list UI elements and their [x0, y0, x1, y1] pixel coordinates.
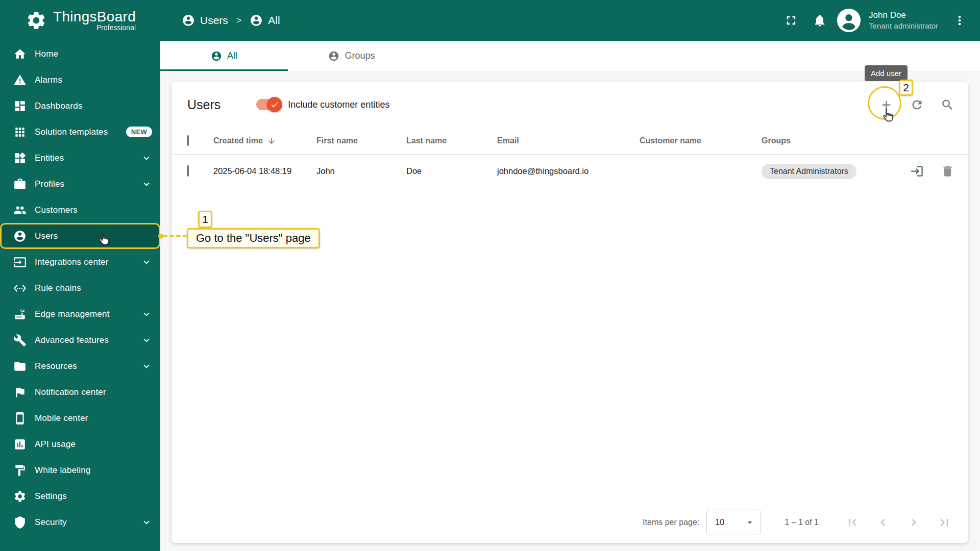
column-first-name[interactable]: First name: [316, 136, 406, 145]
column-email[interactable]: Email: [497, 136, 640, 145]
profiles-icon: [13, 178, 27, 191]
user-avatar[interactable]: [837, 9, 861, 32]
sidebar-item-label: White labeling: [35, 465, 152, 475]
annotation-step1-number: 1: [198, 211, 212, 228]
column-groups[interactable]: Groups: [762, 136, 899, 145]
column-label: Created time: [213, 136, 263, 145]
cell-created-time: 2025-06-04 18:48:19: [213, 166, 316, 176]
tab-bar: All Groups: [160, 41, 980, 71]
sidebar-item-advanced-features[interactable]: Advanced features: [0, 327, 160, 353]
sidebar-item-label: Mobile center: [35, 413, 152, 423]
annotation-connector-dot: [158, 234, 163, 239]
app-root: ThingsBoard Professional Users > All: [0, 0, 980, 551]
chevron-down-icon: [141, 257, 152, 268]
sidebar-item-api-usage[interactable]: API usage: [0, 431, 160, 457]
annotation-step2-number: 2: [899, 80, 913, 96]
chevron-down-icon: [141, 179, 152, 190]
sidebar-item-profiles[interactable]: Profiles: [0, 171, 160, 197]
sidebar-item-rule-chains[interactable]: Rule chains: [0, 275, 160, 301]
sidebar-item-customers[interactable]: Customers: [0, 197, 160, 223]
tab-label: All: [227, 51, 237, 61]
breadcrumb: Users > All: [182, 14, 280, 27]
include-customer-entities-toggle[interactable]: Include customer entities: [256, 99, 389, 110]
tab-groups[interactable]: Groups: [288, 41, 415, 71]
sidebar-item-label: Rule chains: [35, 283, 152, 293]
sidebar-item-label: Settings: [35, 491, 152, 502]
sidebar-item-home[interactable]: Home: [0, 41, 160, 67]
user-icon: [211, 51, 222, 62]
sidebar-item-edge-management[interactable]: Edge management: [0, 301, 160, 327]
last-page-button[interactable]: [932, 510, 957, 535]
cell-last-name: Doe: [406, 166, 497, 176]
column-customer-name[interactable]: Customer name: [640, 136, 762, 145]
row-actions: [899, 164, 968, 178]
alarm-icon: [13, 73, 27, 87]
flag-icon: [13, 386, 27, 399]
breadcrumb-users[interactable]: Users: [182, 14, 228, 27]
sidebar-item-label: Resources: [35, 361, 133, 371]
add-user-tooltip: Add user: [865, 65, 908, 81]
sidebar-item-mobile-center[interactable]: Mobile center: [0, 405, 160, 431]
folder-icon: [13, 360, 27, 373]
search-button[interactable]: [936, 93, 959, 116]
more-menu-button[interactable]: [948, 9, 971, 32]
column-created-time[interactable]: Created time: [213, 136, 316, 145]
card-header: Users Include customer entities: [172, 82, 968, 128]
chevron-down-icon: [141, 517, 152, 528]
user-icon: [250, 14, 263, 27]
sidebar-item-integrations-center[interactable]: Integrations center: [0, 249, 160, 275]
sidebar-item-label: Alarms: [35, 75, 152, 85]
rulechain-icon: [13, 282, 27, 295]
thingsboard-logo[interactable]: ThingsBoard Professional: [0, 9, 160, 32]
sidebar-item-notification-center[interactable]: Notification center: [0, 379, 160, 405]
sidebar-item-label: Security: [35, 517, 133, 528]
breadcrumb-all[interactable]: All: [250, 14, 280, 27]
table-row[interactable]: 2025-06-04 18:48:19 John Doe johndoe@thi…: [172, 155, 968, 188]
sidebar-item-settings[interactable]: Settings: [0, 483, 160, 509]
brand-edition: Professional: [96, 24, 136, 32]
sidebar-item-white-labeling[interactable]: White labeling: [0, 457, 160, 483]
delete-user-button[interactable]: [941, 164, 954, 178]
sidebar-item-dashboards[interactable]: Dashboards: [0, 93, 160, 119]
sidebar-item-label: API usage: [35, 439, 152, 449]
first-page-button[interactable]: [840, 510, 865, 535]
sidebar-item-label: Dashboards: [35, 101, 152, 111]
select-all-checkbox[interactable]: [187, 135, 189, 146]
top-bar: ThingsBoard Professional Users > All: [0, 0, 980, 41]
user-name: John Doe: [869, 10, 938, 21]
user-role: Tenant administrator: [869, 21, 938, 31]
sidebar-item-security[interactable]: Security: [0, 509, 160, 535]
items-per-page-select[interactable]: 10: [706, 510, 761, 535]
toggle-track[interactable]: [256, 99, 281, 110]
group-chip[interactable]: Tenant Administrators: [762, 164, 856, 179]
top-bar-actions: John Doe Tenant administrator: [780, 9, 980, 32]
login-as-user-button[interactable]: [910, 164, 924, 178]
column-last-name[interactable]: Last name: [406, 136, 497, 145]
tab-label: Groups: [345, 51, 375, 61]
dropdown-arrow-icon: [744, 517, 755, 528]
shield-icon: [13, 516, 27, 529]
next-page-button[interactable]: [901, 510, 926, 535]
cell-email: johndoe@thingsboard.io: [497, 166, 640, 176]
edge-icon: [13, 308, 27, 321]
sidebar-item-label: Edge management: [35, 309, 133, 319]
sidebar-item-alarms[interactable]: Alarms: [0, 67, 160, 93]
tab-all[interactable]: All: [160, 41, 288, 71]
user-icon: [13, 230, 27, 243]
sidebar: HomeAlarmsDashboardsSolution templatesNE…: [0, 41, 160, 551]
chevron-down-icon: [141, 153, 152, 164]
previous-page-button[interactable]: [871, 510, 895, 535]
sidebar-item-resources[interactable]: Resources: [0, 353, 160, 379]
breadcrumb-label: Users: [200, 14, 228, 27]
row-checkbox[interactable]: [187, 165, 189, 177]
chevron-down-icon: [141, 335, 152, 346]
sidebar-item-label: Solution templates: [35, 127, 118, 137]
sidebar-item-solution-templates[interactable]: Solution templatesNEW: [0, 119, 160, 145]
fullscreen-button[interactable]: [780, 9, 802, 32]
sidebar-item-entities[interactable]: Entities: [0, 145, 160, 171]
sidebar-item-label: Profiles: [35, 179, 133, 189]
sidebar-item-users[interactable]: Users: [0, 223, 160, 249]
pager-buttons: [840, 510, 957, 535]
notifications-bell-button[interactable]: [808, 9, 831, 32]
refresh-button[interactable]: [905, 93, 928, 116]
